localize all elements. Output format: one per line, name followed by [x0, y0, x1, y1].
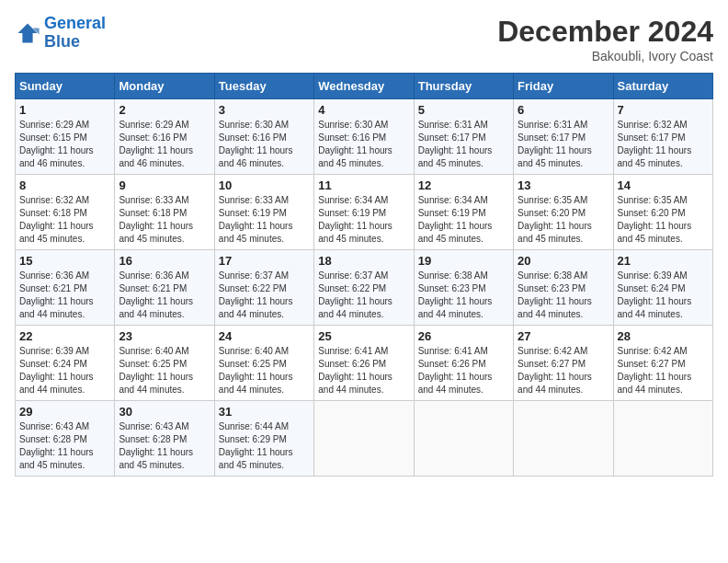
day-number: 17: [219, 254, 310, 268]
calendar-cell: 29Sunrise: 6:43 AM Sunset: 6:28 PM Dayli…: [16, 401, 115, 477]
weekday-header: Tuesday: [214, 74, 313, 99]
day-info: Sunrise: 6:31 AM Sunset: 6:17 PM Dayligh…: [418, 119, 509, 170]
day-info: Sunrise: 6:44 AM Sunset: 6:29 PM Dayligh…: [219, 420, 310, 472]
location: Bakoubli, Ivory Coast: [497, 49, 713, 63]
day-number: 28: [618, 329, 709, 343]
day-info: Sunrise: 6:38 AM Sunset: 6:23 PM Dayligh…: [518, 270, 609, 321]
calendar-cell: 11Sunrise: 6:34 AM Sunset: 6:19 PM Dayli…: [314, 175, 414, 250]
day-number: 1: [19, 103, 110, 117]
month-title: December 2024: [497, 15, 713, 49]
day-info: Sunrise: 6:31 AM Sunset: 6:17 PM Dayligh…: [518, 119, 609, 170]
calendar-cell: 26Sunrise: 6:41 AM Sunset: 6:26 PM Dayli…: [414, 326, 513, 401]
calendar-cell: 21Sunrise: 6:39 AM Sunset: 6:24 PM Dayli…: [613, 250, 712, 326]
day-info: Sunrise: 6:43 AM Sunset: 6:28 PM Dayligh…: [119, 420, 210, 472]
calendar-cell: 3Sunrise: 6:30 AM Sunset: 6:16 PM Daylig…: [214, 99, 313, 175]
calendar-cell: 12Sunrise: 6:34 AM Sunset: 6:19 PM Dayli…: [414, 175, 513, 250]
day-info: Sunrise: 6:30 AM Sunset: 6:16 PM Dayligh…: [318, 119, 409, 170]
calendar-cell: 24Sunrise: 6:40 AM Sunset: 6:25 PM Dayli…: [214, 326, 313, 401]
day-number: 18: [318, 254, 409, 268]
calendar-cell: [314, 401, 414, 477]
calendar-cell: 16Sunrise: 6:36 AM Sunset: 6:21 PM Dayli…: [115, 250, 214, 326]
day-info: Sunrise: 6:38 AM Sunset: 6:23 PM Dayligh…: [418, 270, 509, 321]
day-number: 21: [618, 254, 709, 268]
calendar-cell: 9Sunrise: 6:33 AM Sunset: 6:18 PM Daylig…: [115, 175, 214, 250]
calendar-cell: 31Sunrise: 6:44 AM Sunset: 6:29 PM Dayli…: [214, 401, 313, 477]
day-number: 7: [618, 103, 709, 117]
calendar-cell: 19Sunrise: 6:38 AM Sunset: 6:23 PM Dayli…: [414, 250, 513, 326]
day-info: Sunrise: 6:35 AM Sunset: 6:20 PM Dayligh…: [518, 194, 609, 246]
weekday-header: Wednesday: [314, 74, 414, 99]
day-info: Sunrise: 6:33 AM Sunset: 6:19 PM Dayligh…: [219, 194, 310, 246]
calendar-cell: [613, 401, 712, 477]
calendar-cell: 8Sunrise: 6:32 AM Sunset: 6:18 PM Daylig…: [16, 175, 115, 250]
calendar-cell: 10Sunrise: 6:33 AM Sunset: 6:19 PM Dayli…: [214, 175, 313, 250]
day-info: Sunrise: 6:41 AM Sunset: 6:26 PM Dayligh…: [418, 345, 509, 396]
calendar-cell: 15Sunrise: 6:36 AM Sunset: 6:21 PM Dayli…: [16, 250, 115, 326]
day-number: 11: [318, 178, 409, 192]
calendar-table: SundayMondayTuesdayWednesdayThursdayFrid…: [15, 73, 713, 477]
day-info: Sunrise: 6:39 AM Sunset: 6:24 PM Dayligh…: [19, 345, 110, 396]
calendar-cell: [514, 401, 613, 477]
calendar-cell: 7Sunrise: 6:32 AM Sunset: 6:17 PM Daylig…: [613, 99, 712, 175]
day-number: 16: [119, 254, 210, 268]
day-info: Sunrise: 6:40 AM Sunset: 6:25 PM Dayligh…: [119, 345, 210, 396]
calendar-cell: [414, 401, 513, 477]
calendar-cell: 2Sunrise: 6:29 AM Sunset: 6:16 PM Daylig…: [115, 99, 214, 175]
weekday-header: Thursday: [414, 74, 513, 99]
day-info: Sunrise: 6:42 AM Sunset: 6:27 PM Dayligh…: [518, 345, 609, 396]
calendar-cell: 27Sunrise: 6:42 AM Sunset: 6:27 PM Dayli…: [514, 326, 613, 401]
calendar-cell: 13Sunrise: 6:35 AM Sunset: 6:20 PM Dayli…: [514, 175, 613, 250]
day-number: 15: [19, 254, 110, 268]
calendar-week: 1Sunrise: 6:29 AM Sunset: 6:15 PM Daylig…: [16, 99, 713, 175]
page-header: General Blue December 2024 Bakoubli, Ivo…: [15, 15, 713, 63]
day-info: Sunrise: 6:43 AM Sunset: 6:28 PM Dayligh…: [19, 420, 110, 472]
day-info: Sunrise: 6:32 AM Sunset: 6:18 PM Dayligh…: [19, 194, 110, 246]
calendar-body: 1Sunrise: 6:29 AM Sunset: 6:15 PM Daylig…: [16, 99, 713, 477]
weekday-header: Friday: [514, 74, 613, 99]
calendar-cell: 14Sunrise: 6:35 AM Sunset: 6:20 PM Dayli…: [613, 175, 712, 250]
day-number: 24: [219, 329, 310, 343]
day-number: 22: [19, 329, 110, 343]
day-info: Sunrise: 6:34 AM Sunset: 6:19 PM Dayligh…: [318, 194, 409, 246]
calendar-cell: 17Sunrise: 6:37 AM Sunset: 6:22 PM Dayli…: [214, 250, 313, 326]
calendar-cell: 22Sunrise: 6:39 AM Sunset: 6:24 PM Dayli…: [16, 326, 115, 401]
day-info: Sunrise: 6:36 AM Sunset: 6:21 PM Dayligh…: [19, 270, 110, 321]
day-number: 30: [119, 405, 210, 419]
day-number: 10: [219, 178, 310, 192]
day-number: 3: [219, 103, 310, 117]
title-area: December 2024 Bakoubli, Ivory Coast: [497, 15, 713, 63]
day-info: Sunrise: 6:37 AM Sunset: 6:22 PM Dayligh…: [318, 270, 409, 321]
day-number: 6: [518, 103, 609, 117]
day-number: 29: [19, 405, 110, 419]
calendar-cell: 18Sunrise: 6:37 AM Sunset: 6:22 PM Dayli…: [314, 250, 414, 326]
weekday-header: Sunday: [16, 74, 115, 99]
day-number: 26: [418, 329, 509, 343]
calendar-cell: 25Sunrise: 6:41 AM Sunset: 6:26 PM Dayli…: [314, 326, 414, 401]
calendar-header: SundayMondayTuesdayWednesdayThursdayFrid…: [16, 74, 713, 99]
svg-marker-0: [18, 23, 38, 42]
weekday-header: Monday: [115, 74, 214, 99]
calendar-week: 15Sunrise: 6:36 AM Sunset: 6:21 PM Dayli…: [16, 250, 713, 326]
calendar-cell: 23Sunrise: 6:40 AM Sunset: 6:25 PM Dayli…: [115, 326, 214, 401]
day-number: 8: [19, 178, 110, 192]
day-number: 14: [618, 178, 709, 192]
day-info: Sunrise: 6:42 AM Sunset: 6:27 PM Dayligh…: [618, 345, 709, 396]
header-row: SundayMondayTuesdayWednesdayThursdayFrid…: [16, 74, 713, 99]
day-number: 12: [418, 178, 509, 192]
day-number: 23: [119, 329, 210, 343]
calendar-cell: 20Sunrise: 6:38 AM Sunset: 6:23 PM Dayli…: [514, 250, 613, 326]
day-info: Sunrise: 6:41 AM Sunset: 6:26 PM Dayligh…: [318, 345, 409, 396]
day-number: 4: [318, 103, 409, 117]
logo-icon: [15, 20, 40, 46]
calendar-cell: 5Sunrise: 6:31 AM Sunset: 6:17 PM Daylig…: [414, 99, 513, 175]
day-info: Sunrise: 6:32 AM Sunset: 6:17 PM Dayligh…: [618, 119, 709, 170]
day-info: Sunrise: 6:35 AM Sunset: 6:20 PM Dayligh…: [618, 194, 709, 246]
logo-text: General Blue: [44, 15, 106, 52]
day-number: 13: [518, 178, 609, 192]
calendar-cell: 4Sunrise: 6:30 AM Sunset: 6:16 PM Daylig…: [314, 99, 414, 175]
calendar-cell: 6Sunrise: 6:31 AM Sunset: 6:17 PM Daylig…: [514, 99, 613, 175]
day-info: Sunrise: 6:34 AM Sunset: 6:19 PM Dayligh…: [418, 194, 509, 246]
day-info: Sunrise: 6:33 AM Sunset: 6:18 PM Dayligh…: [119, 194, 210, 246]
calendar-week: 29Sunrise: 6:43 AM Sunset: 6:28 PM Dayli…: [16, 401, 713, 477]
day-number: 9: [119, 178, 210, 192]
